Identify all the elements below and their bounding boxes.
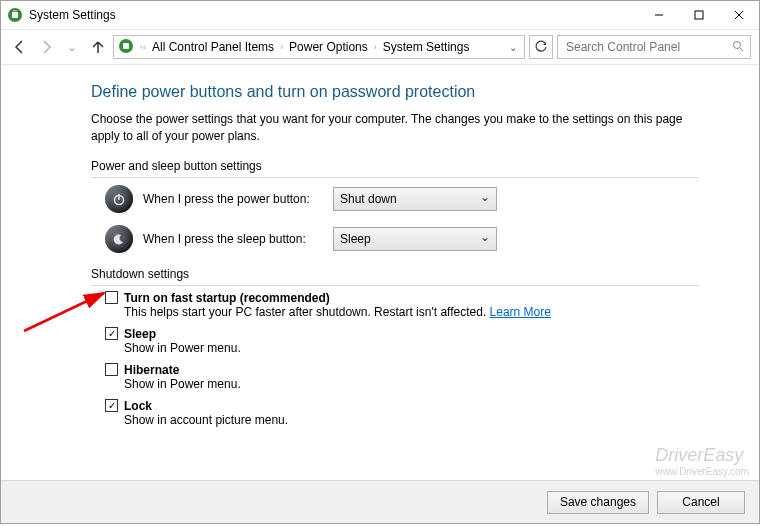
- control-panel-icon: [118, 38, 134, 57]
- search-input[interactable]: [564, 39, 732, 55]
- breadcrumb-item[interactable]: All Control Panel Items: [152, 40, 274, 54]
- fast-startup-item: Turn on fast startup (recommended) This …: [105, 291, 699, 319]
- page-heading: Define power buttons and turn on passwor…: [91, 83, 699, 101]
- footer: Save changes Cancel: [1, 480, 759, 523]
- fast-startup-desc: This helps start your PC faster after sh…: [124, 305, 699, 319]
- titlebar: System Settings: [1, 1, 759, 30]
- breadcrumb-item[interactable]: System Settings: [383, 40, 470, 54]
- hibernate-checkbox[interactable]: [105, 363, 118, 376]
- chevron-icon: ‹‹: [138, 42, 148, 52]
- chevron-right-icon: ›: [278, 42, 285, 52]
- sleep-label: Sleep: [124, 327, 156, 341]
- fast-startup-checkbox[interactable]: [105, 291, 118, 304]
- search-box[interactable]: [557, 35, 751, 59]
- svg-point-9: [734, 41, 741, 48]
- up-button[interactable]: [87, 36, 109, 58]
- svg-rect-2: [13, 10, 17, 12]
- close-button[interactable]: [719, 1, 759, 29]
- window: System Settings ⌄: [0, 0, 760, 524]
- lock-label: Lock: [124, 399, 152, 413]
- sleep-item: Sleep Show in Power menu.: [105, 327, 699, 355]
- hibernate-item: Hibernate Show in Power menu.: [105, 363, 699, 391]
- address-bar[interactable]: ‹‹ All Control Panel Items › Power Optio…: [113, 35, 525, 59]
- fast-startup-label: Turn on fast startup (recommended): [124, 291, 330, 305]
- shutdown-settings-list: Turn on fast startup (recommended) This …: [105, 291, 699, 427]
- svg-line-10: [740, 48, 743, 51]
- svg-rect-4: [695, 11, 703, 19]
- sleep-button-combo[interactable]: Sleep: [333, 227, 497, 251]
- page-intro: Choose the power settings that you want …: [91, 111, 699, 145]
- sleep-icon: [105, 225, 133, 253]
- breadcrumb-item[interactable]: Power Options: [289, 40, 368, 54]
- save-changes-button[interactable]: Save changes: [547, 491, 649, 514]
- watermark: DriverEasy www.DriverEasy.com: [655, 445, 749, 477]
- refresh-button[interactable]: [529, 35, 553, 59]
- cancel-button[interactable]: Cancel: [657, 491, 745, 514]
- hibernate-desc: Show in Power menu.: [124, 377, 699, 391]
- app-icon: [7, 7, 23, 23]
- lock-item: Lock Show in account picture menu.: [105, 399, 699, 427]
- recent-locations-button[interactable]: ⌄: [61, 36, 83, 58]
- svg-rect-1: [12, 12, 18, 18]
- hibernate-label: Hibernate: [124, 363, 179, 377]
- power-button-combo[interactable]: Shut down: [333, 187, 497, 211]
- lock-desc: Show in account picture menu.: [124, 413, 699, 427]
- window-title: System Settings: [29, 8, 639, 22]
- chevron-right-icon: ›: [372, 42, 379, 52]
- sleep-button-label: When I press the sleep button:: [143, 232, 323, 246]
- svg-rect-8: [123, 43, 129, 49]
- section-power-sleep: Power and sleep button settings: [91, 159, 699, 173]
- learn-more-link[interactable]: Learn More: [490, 305, 551, 319]
- search-icon: [732, 40, 744, 55]
- forward-button[interactable]: [35, 36, 57, 58]
- section-shutdown: Shutdown settings: [91, 267, 699, 281]
- content-area: Define power buttons and turn on passwor…: [1, 65, 759, 480]
- toolbar: ⌄ ‹‹ All Control Panel Items › Power Opt…: [1, 30, 759, 65]
- power-button-row: When I press the power button: Shut down: [105, 185, 699, 213]
- power-button-label: When I press the power button:: [143, 192, 323, 206]
- sleep-checkbox[interactable]: [105, 327, 118, 340]
- maximize-button[interactable]: [679, 1, 719, 29]
- sleep-desc: Show in Power menu.: [124, 341, 699, 355]
- sleep-button-row: When I press the sleep button: Sleep: [105, 225, 699, 253]
- address-dropdown-icon[interactable]: ⌄: [506, 42, 520, 53]
- power-icon: [105, 185, 133, 213]
- back-button[interactable]: [9, 36, 31, 58]
- lock-checkbox[interactable]: [105, 399, 118, 412]
- minimize-button[interactable]: [639, 1, 679, 29]
